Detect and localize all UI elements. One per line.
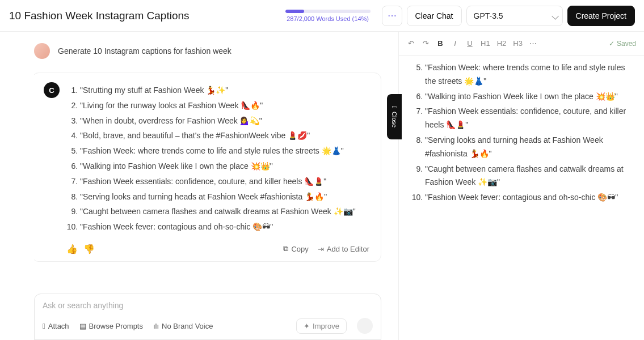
bold-button[interactable]: B [436, 39, 444, 48]
link-icon: 𖦹 [391, 106, 398, 108]
attach-icon: 𖦹 [43, 322, 45, 330]
list-item: "Fashion Week fever: contagious and oh-s… [425, 191, 632, 205]
editor-body[interactable]: "Fashion Week: where trends come to life… [399, 56, 644, 212]
close-label: Close [391, 112, 398, 128]
chat-input-box: Ask or search anything 𖦹Attach ▤Browse P… [34, 294, 381, 340]
editor-pane: ↶ ↷ B I U H1 H2 H3 ⋯ ✓Saved "Fashion Wee… [399, 32, 644, 340]
progress-text: 287/2,000 Words Used (14%) [287, 15, 369, 22]
undo-icon[interactable]: ↶ [407, 39, 415, 48]
bot-message-body: "Strutting my stuff at Fashion Week 💃✨" … [68, 82, 356, 236]
underline-button[interactable]: U [466, 39, 474, 48]
list-item: "Fashion Week essentials: confidence, co… [425, 105, 632, 132]
list-item: "Bold, brave, and beautiful – that's the… [80, 129, 356, 143]
list-item: "Caught between camera flashes and catwa… [80, 205, 356, 219]
main: Generate 10 Instagram captions for fashi… [0, 32, 644, 340]
improve-icon: ✦ [304, 322, 310, 330]
add-to-editor-icon: ⇥ [318, 245, 324, 253]
list-item: "Fashion Week fever: contagious and oh-s… [80, 220, 356, 234]
captions-list: "Strutting my stuff at Fashion Week 💃✨" … [68, 84, 356, 234]
list-item: "Serving looks and turning heads at Fash… [80, 190, 356, 204]
copy-icon: ⧉ [283, 244, 288, 253]
list-item: "Living for the runway looks at Fashion … [80, 99, 356, 113]
list-item: "Fashion Week essentials: confidence, co… [80, 175, 356, 189]
card-actions: 👍 👎 ⧉Copy ⇥Add to Editor [44, 244, 369, 254]
attach-button[interactable]: 𖦹Attach [43, 322, 69, 330]
list-item: "Fashion Week: where trends come to life… [80, 144, 356, 158]
improve-button[interactable]: ✦Improve [296, 318, 347, 334]
send-button[interactable] [357, 318, 373, 334]
progress-fill [285, 10, 304, 13]
list-item: "Fashion Week: where trends come to life… [425, 61, 632, 88]
copy-label: Copy [291, 245, 308, 253]
improve-label: Improve [313, 322, 339, 330]
chat-scroll[interactable]: Generate 10 Instagram captions for fashi… [34, 43, 381, 294]
voice-icon: ılı [153, 322, 159, 330]
more-formatting-icon[interactable]: ⋯ [529, 39, 537, 48]
browse-icon: ▤ [79, 322, 86, 330]
thumbs-up-icon[interactable]: 👍 [66, 244, 78, 254]
list-item: "Strutting my stuff at Fashion Week 💃✨" [80, 84, 356, 97]
browse-prompts-label: Browse Prompts [89, 322, 143, 330]
list-item: "Caught between camera flashes and catwa… [425, 163, 632, 190]
brand-voice-label: No Brand Voice [162, 322, 213, 330]
bot-message: C "Strutting my stuff at Fashion Week 💃✨… [44, 82, 369, 236]
editor-toolbar: ↶ ↷ B I U H1 H2 H3 ⋯ ✓Saved [399, 32, 644, 56]
user-message: Generate 10 Instagram captions for fashi… [34, 43, 381, 59]
thumbs-down-icon[interactable]: 👎 [83, 244, 95, 254]
list-item: "Walking into Fashion Week like I own th… [80, 160, 356, 173]
word-usage: 287/2,000 Words Used (14%) [285, 10, 371, 22]
close-editor-tab[interactable]: 𖦹 Close [387, 94, 402, 139]
header-actions: ⋯ Clear Chat GPT-3.5 Create Project [382, 6, 635, 26]
more-button[interactable]: ⋯ [382, 6, 402, 26]
browse-prompts-button[interactable]: ▤Browse Prompts [79, 322, 143, 330]
copy-actions: ⧉Copy ⇥Add to Editor [283, 244, 369, 253]
brand-voice-button[interactable]: ılıNo Brand Voice [153, 322, 213, 330]
user-avatar [34, 43, 50, 59]
create-project-label: Create Project [576, 11, 626, 20]
list-item: "Serving looks and turning heads at Fash… [425, 134, 632, 161]
italic-button[interactable]: I [451, 39, 459, 48]
add-to-editor-label: Add to Editor [327, 245, 369, 253]
bot-avatar: C [44, 82, 60, 98]
list-item: "When in doubt, overdress for Fashion We… [80, 114, 356, 128]
check-icon: ✓ [609, 40, 614, 48]
ellipsis-icon: ⋯ [388, 10, 397, 21]
create-project-button[interactable]: Create Project [567, 6, 635, 26]
clear-chat-label: Clear Chat [415, 11, 453, 20]
chat-pane: Generate 10 Instagram captions for fashi… [0, 32, 398, 340]
h1-button[interactable]: H1 [481, 39, 490, 48]
saved-indicator: ✓Saved [609, 40, 636, 48]
chat-input-toolbar: 𖦹Attach ▤Browse Prompts ılıNo Brand Voic… [43, 318, 373, 334]
h3-button[interactable]: H3 [513, 39, 523, 48]
bot-avatar-letter: C [49, 86, 54, 95]
editor-list: "Fashion Week: where trends come to life… [411, 61, 632, 205]
header: 10 Fashion Week Instagram Captions 287/2… [0, 0, 644, 32]
vote-actions: 👍 👎 [66, 244, 95, 254]
copy-button[interactable]: ⧉Copy [283, 244, 308, 253]
model-select[interactable]: GPT-3.5 [466, 6, 563, 26]
redo-icon[interactable]: ↷ [422, 39, 430, 48]
add-to-editor-button[interactable]: ⇥Add to Editor [318, 244, 369, 253]
bot-response-card: C "Strutting my stuff at Fashion Week 💃✨… [34, 73, 381, 262]
h2-button[interactable]: H2 [497, 39, 507, 48]
clear-chat-button[interactable]: Clear Chat [407, 6, 462, 26]
progress-bar [285, 10, 371, 13]
model-select-value: GPT-3.5 [474, 11, 503, 20]
list-item: "Walking into Fashion Week like I own th… [425, 90, 632, 104]
chat-input[interactable]: Ask or search anything [43, 301, 373, 310]
attach-label: Attach [48, 322, 69, 330]
saved-label: Saved [617, 40, 636, 48]
user-message-text: Generate 10 Instagram captions for fashi… [58, 43, 231, 59]
page-title: 10 Fashion Week Instagram Captions [9, 10, 285, 22]
